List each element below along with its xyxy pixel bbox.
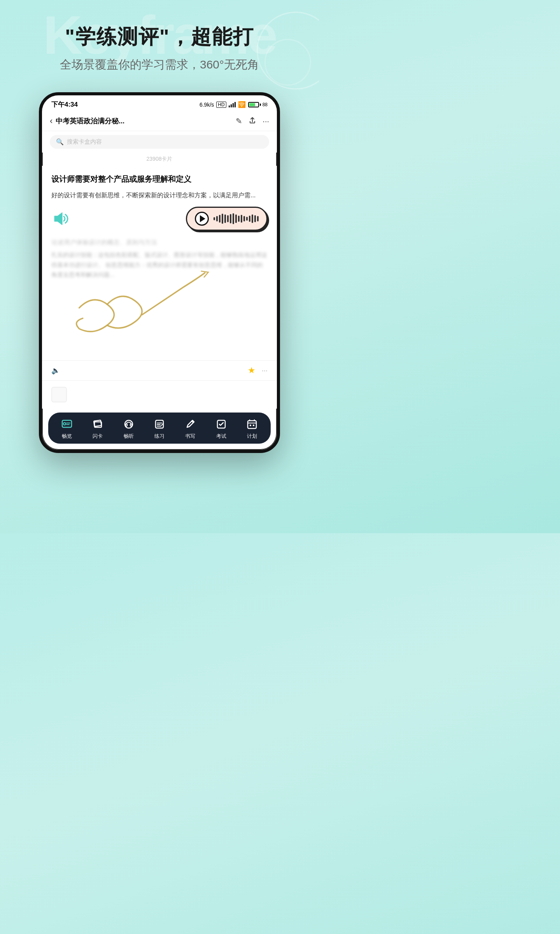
header-section: "学练测评"，超能打 全场景覆盖你的学习需求，360°无死角 — [0, 0, 319, 84]
hd-badge: HD — [216, 102, 226, 108]
practice-label: 练习 — [154, 433, 164, 440]
plan-label: 计划 — [247, 433, 257, 440]
sub-title: 全场景覆盖你的学习需求，360°无死角 — [16, 57, 303, 73]
battery-icon: 88 — [248, 102, 268, 107]
svg-point-1 — [63, 423, 66, 425]
main-title: "学练测评"，超能打 — [16, 23, 303, 51]
search-bar: 🔍 搜索卡盒内容 — [42, 131, 277, 153]
exam-icon — [214, 417, 228, 431]
nav-right: ✎ ··· — [236, 116, 269, 126]
listen-icon — [122, 417, 136, 431]
footer-more-icon[interactable]: ··· — [262, 367, 268, 375]
speaker-icon[interactable] — [51, 209, 70, 228]
search-icon: 🔍 — [56, 138, 64, 146]
flashcard-label: 闪卡 — [93, 433, 103, 440]
play-triangle-icon — [200, 215, 205, 222]
status-bar: 下午4:34 6.9k/s HD 🛜 88 — [42, 95, 277, 112]
wifi-icon: 🛜 — [238, 101, 246, 108]
status-right: 6.9k/s HD 🛜 88 — [200, 101, 268, 108]
card-title: 设计师需要对整个产品或服务理解和定义 — [51, 174, 268, 184]
flashcard-icon — [91, 417, 105, 431]
nav-item-browse[interactable]: 畅览 — [60, 417, 74, 440]
nav-title: 中考英语政治满分秘... — [56, 116, 124, 126]
nav-item-exam[interactable]: 考试 — [214, 417, 228, 440]
lower-section-title: 论述用户体验设计的概念、原则与方法 — [51, 239, 268, 247]
lower-section-body: 扎实的设计技能：这包括色彩搭配、版式设计、图形设计等技能，能够熟练地运用这些基本… — [51, 250, 268, 280]
svg-rect-5 — [126, 424, 127, 426]
nav-item-flashcard[interactable]: 闪卡 — [91, 417, 105, 440]
status-time: 下午4:34 — [51, 100, 78, 109]
plan-icon — [245, 417, 259, 431]
browse-label: 畅览 — [62, 433, 72, 440]
bottom-nav: 畅览 闪卡 — [48, 413, 271, 444]
listen-label: 畅听 — [124, 433, 134, 440]
card-area: 设计师需要对整个产品或服务理解和定义 好的设计需要有创新思维，不断探索新的设计理… — [42, 166, 277, 360]
nav-bar: ‹ 中考英语政治满分秘... ✎ ··· — [42, 112, 277, 131]
svg-rect-6 — [130, 424, 132, 426]
play-button[interactable] — [195, 212, 209, 226]
phone-container: 下午4:34 6.9k/s HD 🛜 88 — [0, 92, 319, 453]
nav-item-listen[interactable]: 畅听 — [122, 417, 136, 440]
nav-item-practice[interactable]: 练习 — [152, 417, 166, 440]
waveform — [214, 213, 259, 225]
search-placeholder: 搜索卡盒内容 — [67, 138, 102, 146]
nav-left: ‹ 中考英语政治满分秘... — [50, 116, 124, 126]
star-icon[interactable]: ★ — [248, 365, 256, 376]
practice-icon — [152, 417, 166, 431]
exam-label: 考试 — [216, 433, 226, 440]
svg-rect-9 — [248, 421, 256, 428]
card-count: 23908卡片 — [42, 153, 277, 166]
write-label: 书写 — [185, 433, 195, 440]
search-input-box[interactable]: 🔍 搜索卡盒内容 — [50, 135, 269, 149]
audio-row — [51, 207, 268, 231]
svg-rect-11 — [253, 425, 254, 426]
audio-player-pill[interactable] — [186, 207, 268, 231]
card-body-text: 好的设计需要有创新思维，不断探索新的设计理念和方案，以满足用户需... — [51, 190, 268, 200]
write-icon — [183, 417, 197, 431]
signal-icon — [229, 102, 236, 107]
share-icon[interactable] — [248, 116, 256, 126]
card-lower-section: 论述用户体验设计的概念、原则与方法 扎实的设计技能：这包括色彩搭配、版式设计、图… — [51, 239, 268, 280]
nav-item-plan[interactable]: 计划 — [245, 417, 259, 440]
footer-sound-icon[interactable]: 🔈 — [51, 366, 60, 375]
card-footer: 🔈 ★ ··· — [42, 360, 277, 380]
phone-frame: 下午4:34 6.9k/s HD 🛜 88 — [39, 92, 280, 453]
next-card-peek — [42, 380, 277, 409]
footer-right: ★ ··· — [248, 365, 268, 376]
edit-icon[interactable]: ✎ — [236, 116, 242, 126]
more-icon[interactable]: ··· — [262, 117, 269, 126]
svg-rect-10 — [250, 425, 251, 426]
back-button[interactable]: ‹ — [50, 116, 52, 126]
nav-item-write[interactable]: 书写 — [183, 417, 197, 440]
browse-icon — [60, 417, 74, 431]
card-lower-content: 论述用户体验设计的概念、原则与方法 扎实的设计技能：这包括色彩搭配、版式设计、图… — [51, 239, 268, 280]
network-speed: 6.9k/s — [200, 102, 214, 108]
